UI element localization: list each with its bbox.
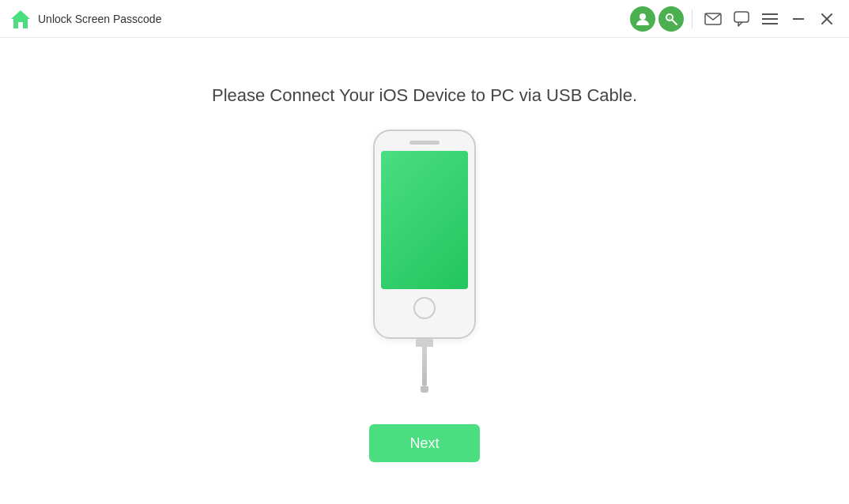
chat-icon-button[interactable] [729,6,754,32]
title-bar: Unlock Screen Passcode ♪ [0,0,849,38]
user-icon [636,12,650,26]
mail-icon-button[interactable] [700,6,726,32]
svg-rect-6 [734,12,749,22]
svg-point-1 [640,13,646,20]
phone-screen [381,151,468,289]
chat-icon [734,11,749,27]
phone-body [373,130,476,339]
next-button[interactable]: Next [369,424,480,462]
minimize-icon [793,18,804,20]
close-icon [821,13,832,24]
minimize-button[interactable] [786,6,811,32]
mail-icon [704,13,722,25]
app-icon [9,8,32,30]
instruction-text: Please Connect Your iOS Device to PC via… [212,85,637,106]
title-left: Unlock Screen Passcode [9,8,161,30]
close-button[interactable] [814,6,840,32]
cable-connector [416,339,433,347]
menu-icon [762,13,778,25]
music-search-icon-button[interactable]: ♪ [658,6,684,32]
main-content: Please Connect Your iOS Device to PC via… [0,38,849,504]
phone-illustration [373,130,476,393]
svg-marker-0 [11,10,30,28]
cable-line [422,347,427,386]
title-right-icons: ♪ [630,6,840,32]
usb-cable [416,339,433,393]
menu-icon-button[interactable] [757,6,783,32]
cable-end [421,386,428,393]
user-icon-button[interactable] [630,6,655,32]
phone-home-button [413,297,436,319]
svg-line-3 [673,21,677,24]
svg-text:♪: ♪ [668,15,671,21]
divider [692,9,692,28]
music-search-icon: ♪ [664,12,678,26]
phone-speaker [409,141,440,145]
app-title: Unlock Screen Passcode [38,13,161,25]
